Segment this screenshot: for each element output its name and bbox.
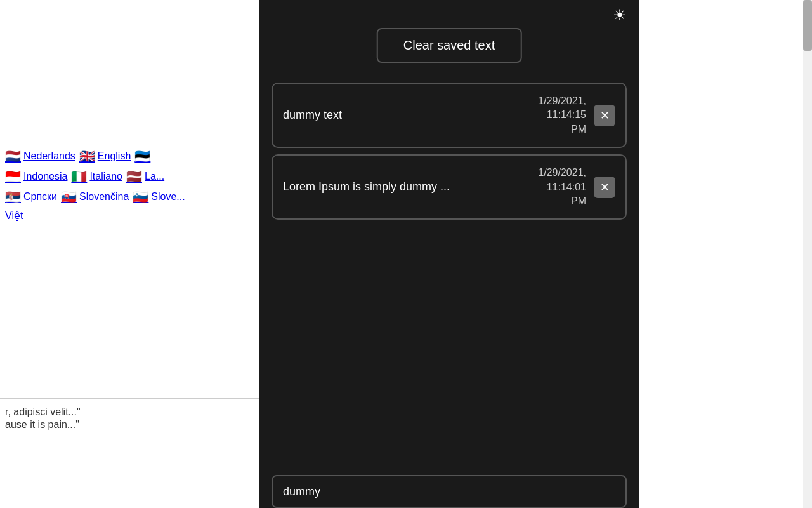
- saved-item-1-meta: 1/29/2021,11:14:15PM ✕: [538, 94, 615, 137]
- text-snippet-area: r, adipisci velit..." ause it is pain...…: [0, 398, 260, 438]
- flag-indonesia: 🇮🇩: [5, 169, 21, 184]
- lang-link-serbian[interactable]: 🇷🇸 Српски: [5, 189, 57, 204]
- lang-link-english[interactable]: 🇬🇧 English: [79, 149, 131, 164]
- saved-item-2-text: Lorem Ipsum is simply dummy ...: [283, 180, 538, 194]
- lang-label-slovak: Slovenčina: [79, 191, 129, 203]
- lang-label-indonesia: Indonesia: [23, 171, 67, 182]
- lang-label-latvian: La...: [145, 171, 164, 182]
- lang-row-2: 🇮🇩 Indonesia 🇮🇹 Italiano 🇱🇻 La...: [0, 166, 260, 187]
- flag-english: 🇬🇧: [79, 149, 95, 164]
- lang-label-english: English: [98, 150, 131, 162]
- scrollbar-thumb[interactable]: [803, 0, 812, 51]
- saved-item-1-date: 1/29/2021,11:14:15PM: [538, 94, 586, 137]
- text-snippet-2: ause it is pain...": [5, 419, 255, 431]
- language-links: 🇳🇱 Nederlands 🇬🇧 English 🇪🇪 🇮🇩 Indonesia…: [0, 140, 260, 231]
- scrollbar[interactable]: [803, 0, 812, 508]
- clear-saved-text-button[interactable]: Clear saved text: [377, 28, 522, 63]
- lang-label-serbian: Српски: [23, 191, 57, 203]
- flag-slovenian: 🇸🇮: [133, 189, 148, 204]
- remove-item-1-button[interactable]: ✕: [594, 105, 615, 126]
- lang-row-3: 🇷🇸 Српски 🇸🇰 Slovenčina 🇸🇮 Slove...: [0, 187, 260, 207]
- lang-label-slovenian: Slove...: [151, 191, 185, 203]
- flag-netherlands: 🇳🇱: [5, 149, 21, 164]
- search-input[interactable]: [272, 475, 627, 508]
- lang-link-nederlands[interactable]: 🇳🇱 Nederlands: [5, 149, 75, 164]
- theme-toggle-icon[interactable]: ☀: [613, 6, 627, 24]
- flag-latvian: 🇱🇻: [126, 169, 142, 184]
- lang-link-latvian[interactable]: 🇱🇻 La...: [126, 169, 164, 184]
- lang-row-1: 🇳🇱 Nederlands 🇬🇧 English 🇪🇪: [0, 146, 260, 166]
- lang-link-italiano[interactable]: 🇮🇹 Italiano: [71, 169, 122, 184]
- far-right-panel: [639, 0, 812, 508]
- lang-label-italiano: Italiano: [89, 171, 122, 182]
- lang-link-estonian[interactable]: 🇪🇪: [134, 149, 150, 164]
- lang-link-slovak[interactable]: 🇸🇰 Slovenčina: [61, 189, 129, 204]
- left-webpage-panel: 🇳🇱 Nederlands 🇬🇧 English 🇪🇪 🇮🇩 Indonesia…: [0, 0, 260, 508]
- lang-row-4: Việt: [0, 207, 260, 224]
- lang-link-vietnamese[interactable]: Việt: [5, 210, 23, 222]
- flag-estonian: 🇪🇪: [134, 149, 150, 164]
- lang-label-vietnamese: Việt: [5, 210, 23, 222]
- lang-link-indonesia[interactable]: 🇮🇩 Indonesia: [5, 169, 67, 184]
- saved-item-2-date: 1/29/2021,11:14:01PM: [538, 166, 586, 208]
- flag-slovak: 🇸🇰: [61, 189, 77, 204]
- saved-item-1: dummy text 1/29/2021,11:14:15PM ✕: [272, 83, 627, 148]
- bottom-input-container: [272, 475, 627, 508]
- saved-item-2-meta: 1/29/2021,11:14:01PM ✕: [538, 166, 615, 208]
- remove-item-2-button[interactable]: ✕: [594, 177, 615, 198]
- text-snippet-1: r, adipisci velit...": [5, 406, 255, 418]
- lang-label-nederlands: Nederlands: [23, 150, 75, 162]
- saved-item-1-text: dummy text: [283, 109, 538, 122]
- flag-serbian: 🇷🇸: [5, 189, 21, 204]
- saved-item-2: Lorem Ipsum is simply dummy ... 1/29/202…: [272, 154, 627, 220]
- saved-items-list: dummy text 1/29/2021,11:14:15PM ✕ Lorem …: [272, 83, 627, 220]
- lang-link-slovenian[interactable]: 🇸🇮 Slove...: [133, 189, 185, 204]
- flag-italiano: 🇮🇹: [71, 169, 87, 184]
- saved-text-panel: ☀ Clear saved text dummy text 1/29/2021,…: [259, 0, 639, 508]
